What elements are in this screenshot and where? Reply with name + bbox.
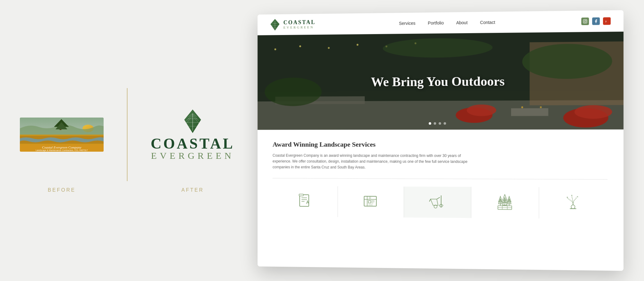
- facebook-icon[interactable]: [592, 17, 600, 25]
- website-mockup: COASTAL EVERGREEN Services Portfolio Abo…: [257, 10, 624, 271]
- nav-portfolio[interactable]: Portfolio: [428, 20, 444, 25]
- labels-row: BEFORE AFTER: [0, 187, 254, 193]
- website-hero: We Bring You Outdoors: [257, 32, 624, 130]
- website-content: Award Winning Landscape Services Coastal…: [257, 129, 624, 271]
- content-title: Award Winning Landscape Services: [273, 140, 608, 149]
- old-tagline: Landscape & Maintenance Contractors, CCL…: [22, 149, 101, 151]
- svg-point-69: [571, 205, 575, 208]
- svg-text:y: y: [605, 20, 606, 22]
- consultation-icon: [296, 192, 314, 211]
- svg-line-58: [429, 199, 431, 201]
- divider-line: [127, 88, 127, 181]
- service-planting: [471, 187, 539, 218]
- website-header: COASTAL EVERGREEN Services Portfolio Abo…: [257, 10, 624, 35]
- svg-rect-43: [300, 194, 309, 206]
- instagram-icon[interactable]: [581, 17, 589, 25]
- hero-dot-2[interactable]: [434, 122, 436, 125]
- before-after-row: Coastal Evergreen Company Landscape & Ma…: [0, 88, 254, 181]
- site-nav: Services Portfolio About Contact: [399, 20, 495, 25]
- new-logo-text: COASTAL EVERGREEN: [151, 136, 235, 160]
- after-section: COASTAL EVERGREEN: [140, 109, 245, 160]
- service-maintenance: [539, 187, 608, 219]
- old-logo-sky: [20, 118, 104, 135]
- new-logo-coastal: COASTAL: [151, 136, 235, 151]
- service-consultation: [273, 186, 338, 217]
- svg-rect-57: [369, 197, 371, 198]
- content-description: Coastal Evergreen Company is an award wi…: [273, 153, 481, 171]
- service-design: [338, 186, 404, 217]
- old-logo-card: Coastal Evergreen Company Landscape & Ma…: [20, 118, 104, 152]
- after-label: AFTER: [140, 187, 245, 193]
- planting-icon: [495, 193, 514, 212]
- installation-icon: [428, 193, 447, 211]
- services-row: [273, 178, 608, 219]
- hero-dots: [429, 122, 446, 125]
- nav-services[interactable]: Services: [399, 20, 415, 26]
- new-logo-container: COASTAL EVERGREEN: [151, 109, 235, 160]
- svg-line-59: [437, 197, 440, 199]
- svg-point-74: [577, 196, 578, 197]
- svg-point-20: [586, 20, 586, 20]
- hero-bg: We Bring You Outdoors: [257, 32, 624, 130]
- svg-rect-52: [368, 200, 371, 203]
- site-logo-coastal: COASTAL: [284, 19, 316, 26]
- design-icon: [362, 192, 380, 211]
- hero-dot-1[interactable]: [429, 122, 431, 125]
- nav-about[interactable]: About: [456, 20, 468, 25]
- before-text: BEFORE: [48, 187, 76, 193]
- svg-point-19: [584, 20, 586, 22]
- site-logo-icon: [270, 18, 280, 31]
- hero-headline: We Bring You Outdoors: [371, 74, 505, 89]
- hero-dot-3[interactable]: [439, 122, 441, 125]
- before-section: Coastal Evergreen Company Landscape & Ma…: [9, 118, 114, 152]
- left-panel: Coastal Evergreen Company Landscape & Ma…: [0, 0, 254, 281]
- site-logo: COASTAL EVERGREEN: [270, 18, 315, 31]
- svg-rect-18: [583, 19, 587, 23]
- nav-contact[interactable]: Contact: [480, 20, 495, 25]
- social-icons: y: [581, 17, 611, 25]
- svg-rect-48: [299, 194, 303, 196]
- svg-point-73: [571, 195, 572, 196]
- svg-point-72: [567, 197, 568, 198]
- old-logo-text: Coastal Evergreen Company Landscape & Ma…: [20, 144, 104, 152]
- right-panel: COASTAL EVERGREEN Services Portfolio Abo…: [254, 0, 644, 281]
- after-text: AFTER: [181, 187, 204, 193]
- new-logo-icon: [182, 109, 203, 134]
- maintenance-icon: [564, 194, 583, 212]
- old-company-name: Coastal Evergreen Company: [22, 145, 101, 149]
- site-logo-text: COASTAL EVERGREEN: [284, 19, 316, 29]
- before-label: BEFORE: [9, 187, 114, 193]
- service-installation: [404, 186, 471, 218]
- new-logo-evergreen: EVERGREEN: [151, 151, 235, 160]
- yelp-icon[interactable]: y: [603, 17, 611, 25]
- site-logo-evergreen: EVERGREEN: [284, 25, 316, 29]
- hero-dot-4[interactable]: [444, 122, 446, 125]
- main-container: Coastal Evergreen Company Landscape & Ma…: [0, 0, 644, 281]
